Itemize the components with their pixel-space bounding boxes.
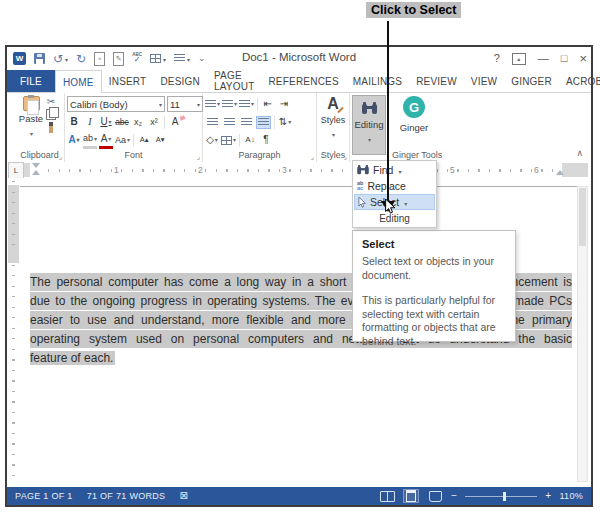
- styles-icon: A: [327, 96, 339, 112]
- collapse-ribbon-icon[interactable]: ∧: [576, 148, 583, 158]
- align-right-icon: [241, 118, 252, 127]
- dialog-launcher-icon[interactable]: ⌟: [197, 153, 200, 160]
- tab-acrobat[interactable]: ACROB: [559, 70, 600, 92]
- menu-item-find[interactable]: Find: [354, 162, 435, 178]
- styles-button[interactable]: A Styles: [319, 96, 347, 144]
- editing-button[interactable]: Editing: [352, 95, 386, 155]
- justify-button[interactable]: [256, 116, 271, 129]
- bullets-button[interactable]: [205, 97, 220, 112]
- align-right-button[interactable]: [239, 116, 254, 129]
- chevron-down-icon[interactable]: [403, 196, 407, 208]
- tab-mailings[interactable]: MAILINGS: [346, 70, 409, 92]
- numbering-icon: [222, 100, 233, 109]
- decrease-indent-button[interactable]: ⇤: [261, 97, 275, 112]
- align-center-button[interactable]: [222, 116, 237, 129]
- dialog-launcher-icon[interactable]: ⌟: [344, 153, 347, 160]
- print-layout-button[interactable]: [403, 489, 419, 503]
- chevron-down-icon[interactable]: [367, 130, 371, 148]
- superscript-button[interactable]: x²: [147, 115, 161, 130]
- font-name-select[interactable]: Calibri (Body): [67, 96, 165, 112]
- word-count-status[interactable]: 71 OF 71 WORDS: [87, 491, 166, 501]
- tab-design[interactable]: DESIGN: [153, 70, 207, 92]
- help-button[interactable]: ?: [494, 53, 500, 64]
- tab-review[interactable]: REVIEW: [409, 70, 464, 92]
- chevron-down-icon[interactable]: [331, 125, 335, 143]
- dialog-launcher-icon[interactable]: ⌟: [311, 153, 314, 160]
- tab-page-layout[interactable]: PAGE LAYOUT: [207, 70, 261, 92]
- tab-view[interactable]: VIEW: [464, 70, 504, 92]
- callout-arrow-line: [387, 21, 389, 202]
- chevron-down-icon[interactable]: [196, 99, 200, 110]
- tab-references[interactable]: REFERENCES: [261, 70, 345, 92]
- tab-home[interactable]: HOME: [55, 70, 102, 93]
- group-label: Ginger Tools: [392, 150, 442, 160]
- web-layout-button[interactable]: [427, 489, 443, 503]
- tab-file[interactable]: FILE: [7, 70, 55, 92]
- zoom-slider[interactable]: [465, 496, 537, 497]
- group-clipboard: Paste ✂ Clipboard ⌟: [15, 93, 65, 162]
- multilevel-list-button[interactable]: [239, 97, 254, 112]
- vertical-ruler[interactable]: [8, 181, 19, 481]
- scrollbar-thumb[interactable]: [579, 188, 586, 246]
- close-button[interactable]: ×: [579, 52, 587, 65]
- web-layout-icon: [429, 491, 442, 502]
- proofing-errors-icon[interactable]: ⊠: [179, 491, 188, 501]
- line-spacing-button[interactable]: ⇅: [278, 115, 292, 130]
- tab-ginger[interactable]: GINGER: [504, 70, 559, 92]
- subscript-button[interactable]: x₂: [131, 115, 145, 130]
- right-indent-marker[interactable]: [556, 170, 564, 175]
- change-case-button[interactable]: Aa: [115, 133, 130, 148]
- show-hide-pilcrow-button[interactable]: ¶: [259, 133, 273, 148]
- divider: [274, 116, 275, 129]
- chevron-down-icon[interactable]: [158, 99, 162, 110]
- chevron-down-icon[interactable]: [397, 164, 401, 176]
- first-line-indent-marker[interactable]: [32, 163, 40, 168]
- italic-button[interactable]: I: [83, 115, 97, 130]
- bold-button[interactable]: B: [67, 115, 81, 130]
- clear-formatting-button[interactable]: A: [168, 115, 182, 130]
- copy-icon[interactable]: [46, 109, 56, 120]
- shading-button[interactable]: ◇: [205, 133, 219, 148]
- numbering-button[interactable]: [222, 97, 237, 112]
- zoom-out-button[interactable]: −: [451, 491, 457, 501]
- ribbon: Paste ✂ Clipboard ⌟ Calibri (Body) 11: [7, 92, 591, 163]
- format-painter-icon[interactable]: [49, 122, 53, 133]
- borders-button[interactable]: [221, 133, 236, 148]
- grow-font-button[interactable]: A▴: [137, 133, 151, 148]
- tooltip-title: Select: [362, 238, 506, 250]
- tab-selector[interactable]: L: [8, 162, 24, 179]
- paste-button[interactable]: Paste: [18, 96, 44, 142]
- cut-icon[interactable]: ✂: [47, 97, 55, 107]
- zoom-slider-thumb[interactable]: [503, 492, 506, 501]
- read-mode-button[interactable]: [379, 489, 395, 503]
- minimize-button[interactable]: —: [538, 53, 549, 64]
- dialog-launcher-icon[interactable]: ⌟: [59, 153, 62, 160]
- divider: [239, 134, 240, 147]
- vertical-ruler-ticks: [12, 181, 15, 481]
- selected-text-line[interactable]: feature of each.: [30, 349, 572, 367]
- align-left-button[interactable]: [205, 116, 220, 129]
- hanging-indent-marker[interactable]: [32, 170, 40, 175]
- borders-icon: [221, 136, 232, 145]
- zoom-level[interactable]: 110%: [559, 491, 583, 501]
- ginger-button[interactable]: G Ginger: [397, 96, 431, 133]
- font-color-button[interactable]: A: [99, 131, 113, 149]
- chevron-down-icon[interactable]: [29, 124, 33, 142]
- ruler-number: 6: [532, 165, 541, 175]
- ribbon-display-options-icon[interactable]: ▴: [512, 53, 526, 65]
- shrink-font-button[interactable]: A▾: [153, 133, 167, 148]
- horizontal-ruler[interactable]: 1 2 3 4 5 6: [24, 163, 588, 177]
- font-size-select[interactable]: 11: [167, 96, 203, 112]
- increase-indent-button[interactable]: ⇥: [277, 97, 291, 112]
- maximize-button[interactable]: □: [561, 53, 568, 64]
- menu-item-replace[interactable]: abac Replace: [354, 178, 435, 194]
- zoom-in-button[interactable]: +: [545, 491, 551, 501]
- text-effects-button[interactable]: A: [67, 133, 81, 148]
- highlight-color-button[interactable]: ab: [83, 131, 97, 149]
- tab-insert[interactable]: INSERT: [102, 70, 154, 92]
- underline-button[interactable]: U: [99, 115, 113, 130]
- vertical-scrollbar[interactable]: [577, 186, 588, 482]
- strikethrough-button[interactable]: abc: [115, 115, 129, 130]
- sort-button[interactable]: A↓: [243, 133, 257, 148]
- page-count-status[interactable]: PAGE 1 OF 1: [15, 491, 73, 501]
